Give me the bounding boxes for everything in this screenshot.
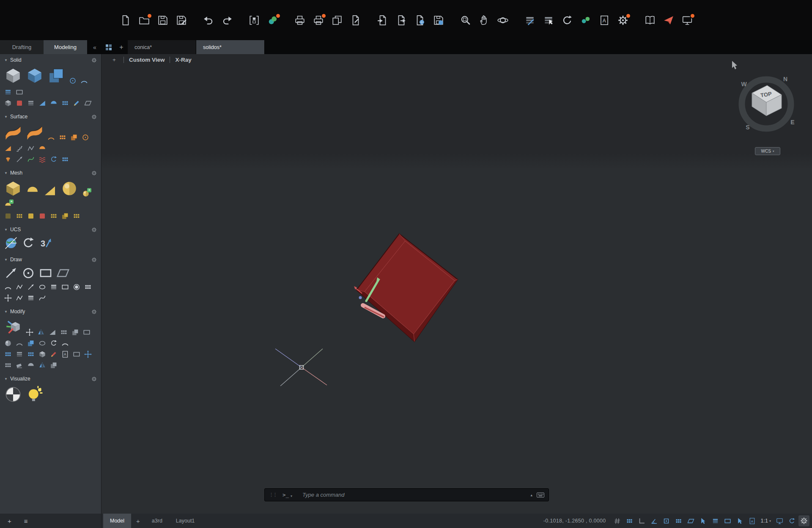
slice-tool[interactable] <box>26 98 36 108</box>
command-options-caret-icon[interactable]: ▾ <box>291 494 292 498</box>
polar-array-tool[interactable] <box>38 339 47 348</box>
viewcube-cube[interactable]: TOP <box>752 85 782 116</box>
section-collapse-icon[interactable]: ▼ <box>4 310 8 314</box>
compass-west[interactable]: W <box>741 81 747 88</box>
keyboard-icon[interactable] <box>537 492 544 498</box>
ucs-3point-tool[interactable]: 3 <box>38 235 53 251</box>
export-icon[interactable] <box>376 14 389 27</box>
viewport-config-icon[interactable] <box>248 14 261 27</box>
cv-edit-bar-tool[interactable] <box>3 155 13 164</box>
viewport[interactable]: + Custom View X-Ray W N E S TOP WCS ▾ <box>102 54 812 514</box>
solid-box-3d[interactable] <box>357 234 458 342</box>
section-settings-gear-icon[interactable] <box>91 114 97 120</box>
compass-north[interactable]: N <box>783 76 787 82</box>
object-snap-tracking-toggle-icon[interactable] <box>674 516 683 525</box>
add-palette-button[interactable]: + <box>8 517 11 525</box>
section-collapse-icon[interactable]: ▼ <box>4 228 8 232</box>
multiline-tool[interactable] <box>26 293 36 303</box>
import-icon[interactable] <box>395 14 408 27</box>
refine-mesh-tool[interactable]: + <box>3 200 13 210</box>
mesh-box-tool[interactable] <box>3 179 23 198</box>
annotation-monitor-toggle-icon[interactable]: A <box>748 516 757 525</box>
section-collapse-icon[interactable]: ▼ <box>4 58 8 62</box>
ucs-rotate-tool[interactable] <box>21 235 36 251</box>
fillet-tool[interactable] <box>15 339 24 348</box>
isodraft-toggle-icon[interactable] <box>686 516 696 525</box>
rebuild-surface-tool[interactable] <box>49 155 58 164</box>
autoscale-toggle-icon[interactable] <box>787 516 796 525</box>
selection-cycling-toggle-icon[interactable] <box>735 516 745 525</box>
swap-tool[interactable] <box>38 361 47 370</box>
share-view-icon[interactable] <box>414 14 426 27</box>
cv-add-tool[interactable] <box>26 155 36 164</box>
viewport-canvas[interactable] <box>102 54 812 514</box>
3d-box-tool[interactable] <box>38 350 47 359</box>
palette-menu-button[interactable]: ≡ <box>24 517 28 525</box>
annotation-visibility-toggle-icon[interactable] <box>775 516 784 525</box>
collapse-face-tool[interactable] <box>60 211 70 221</box>
presspull-tool[interactable] <box>47 66 66 85</box>
viewcube[interactable]: W N E S TOP <box>732 68 800 136</box>
chamfer-edge-tool[interactable] <box>49 98 58 108</box>
cv-remove-tool[interactable] <box>38 155 47 164</box>
circle-tool[interactable] <box>21 265 36 281</box>
display-settings-icon[interactable] <box>681 14 694 27</box>
viewport-menu-button[interactable]: + <box>112 57 116 63</box>
page-setup-icon[interactable] <box>349 14 362 27</box>
copy-layout-icon[interactable] <box>331 14 343 27</box>
join-tool[interactable] <box>83 350 93 359</box>
wipeout-tool[interactable] <box>15 361 24 370</box>
orbit-icon[interactable] <box>497 14 509 27</box>
revcloud-tool[interactable] <box>38 293 47 303</box>
erase-tool[interactable] <box>49 350 58 359</box>
smooth-object-tool[interactable]: + <box>81 189 91 198</box>
network-surface-tool[interactable] <box>3 123 23 142</box>
section-collapse-icon[interactable]: ▼ <box>4 115 8 119</box>
history-toggle-icon[interactable]: ▴ <box>526 493 537 497</box>
loft-surface-tool[interactable] <box>25 123 44 142</box>
trim-tool[interactable] <box>60 339 70 348</box>
clip-tool[interactable] <box>72 350 81 359</box>
mesh-sphere-tool[interactable] <box>60 179 79 198</box>
3d-mirror-tool[interactable] <box>36 328 46 337</box>
layer-sync-icon[interactable] <box>561 14 573 27</box>
3d-array-tool[interactable] <box>59 328 69 337</box>
union-tool[interactable] <box>26 339 36 348</box>
print-icon[interactable] <box>294 14 306 27</box>
copy-tool[interactable] <box>49 361 58 370</box>
tab-modeling[interactable]: Modeling <box>44 40 87 54</box>
reference-manager-icon[interactable] <box>644 14 656 27</box>
save-as-icon[interactable] <box>175 14 188 27</box>
wcs-dropdown[interactable]: WCS ▾ <box>755 147 780 155</box>
lineweight-toggle-icon[interactable] <box>711 516 720 525</box>
model-tab[interactable]: Model <box>103 514 131 528</box>
section-collapse-icon[interactable]: ▼ <box>4 377 8 381</box>
donut-tool[interactable] <box>72 282 81 292</box>
settings-icon[interactable] <box>617 14 629 27</box>
etransmit-icon[interactable] <box>432 14 445 27</box>
new-layout-button[interactable]: + <box>131 514 145 528</box>
redo-icon[interactable] <box>221 14 233 27</box>
cv-trim-tool[interactable] <box>15 155 24 164</box>
transparency-toggle-icon[interactable] <box>723 516 732 525</box>
layer-match-icon[interactable] <box>542 14 555 27</box>
extend-surface-tool[interactable] <box>3 144 13 153</box>
plane-tool[interactable] <box>55 265 71 281</box>
rotate-tool[interactable] <box>49 339 58 348</box>
3d-move-tool[interactable] <box>25 328 34 337</box>
segment-tool[interactable] <box>26 282 36 292</box>
fillet-edge-tool[interactable] <box>38 98 47 108</box>
scale-tool[interactable] <box>82 328 91 337</box>
compass-south[interactable]: S <box>746 124 749 131</box>
polar-tracking-toggle-icon[interactable] <box>650 516 659 525</box>
offset-surface-tool[interactable] <box>69 133 79 142</box>
command-grip[interactable]: ⋮⋮ <box>269 492 277 498</box>
doc-tab-solidos[interactable]: solidos* <box>196 40 265 54</box>
undo-icon[interactable] <box>202 14 215 27</box>
boundary-tool[interactable] <box>60 282 70 292</box>
patch-surface-tool[interactable] <box>58 133 67 142</box>
snap-toggle-icon[interactable] <box>625 516 634 525</box>
annotation-scale[interactable]: 1:1 ▾ <box>761 518 771 524</box>
sculpt-surface-tool[interactable] <box>38 144 47 153</box>
properties-tool[interactable]: A <box>60 350 70 359</box>
